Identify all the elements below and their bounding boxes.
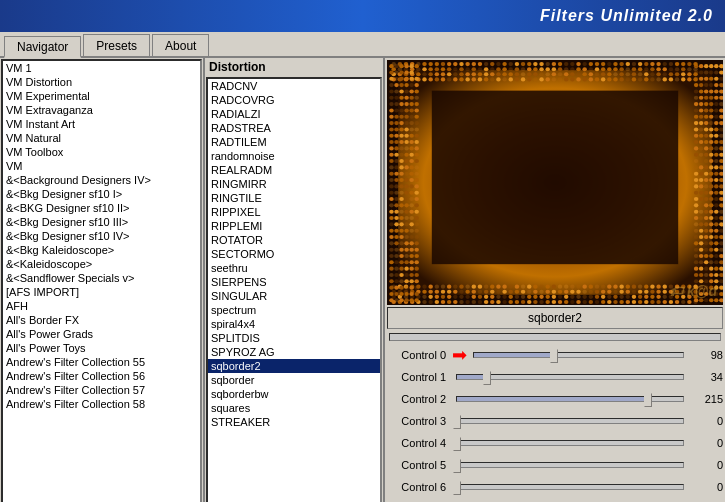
filter-list-item[interactable]: RADTILEM <box>208 135 380 149</box>
svg-point-51 <box>709 108 713 112</box>
nav-list-item[interactable]: &<Bkg Designer sf10 III> <box>3 215 200 229</box>
svg-point-754 <box>389 191 393 195</box>
svg-point-356 <box>576 72 580 76</box>
svg-point-74 <box>704 134 708 138</box>
svg-point-579 <box>613 290 617 294</box>
main-slider-track[interactable] <box>389 333 721 341</box>
svg-point-45 <box>709 102 713 106</box>
svg-point-266 <box>441 62 445 66</box>
filter-list-item[interactable]: RADSTREA <box>208 121 380 135</box>
nav-list-item[interactable]: VM Distortion <box>3 75 200 89</box>
filter-list-item[interactable]: RIPPLEMI <box>208 219 380 233</box>
svg-point-842 <box>409 279 413 283</box>
filter-list-item[interactable]: RIPPIXEL <box>208 205 380 219</box>
filter-list-item[interactable]: REALRADM <box>208 163 380 177</box>
filter-list-item[interactable]: randomnoise <box>208 149 380 163</box>
filter-list-item[interactable]: SIERPENS <box>208 275 380 289</box>
svg-point-784 <box>389 222 393 226</box>
nav-list-item[interactable]: &<Sandflower Specials v> <box>3 271 200 285</box>
svg-point-605 <box>650 300 654 304</box>
filter-list-item[interactable]: SINGULAR <box>208 289 380 303</box>
filter-list-item[interactable]: STREAKER <box>208 415 380 429</box>
nav-list-item[interactable]: AFH <box>3 299 200 313</box>
svg-point-165 <box>709 229 713 233</box>
control-slider-track[interactable] <box>456 418 684 424</box>
svg-point-270 <box>447 62 451 66</box>
svg-point-48 <box>694 108 698 112</box>
nav-list-item[interactable]: All's Border FX <box>3 313 200 327</box>
control-slider-thumb[interactable] <box>644 393 652 407</box>
control-slider-track[interactable] <box>456 374 684 380</box>
nav-list-item[interactable]: &<Bkg Designer sf10 I> <box>3 187 200 201</box>
filter-list-item[interactable]: squares <box>208 401 380 415</box>
filter-list-item[interactable]: RINGMIRR <box>208 177 380 191</box>
svg-point-342 <box>558 62 562 66</box>
svg-point-295 <box>484 67 488 71</box>
nav-list-item[interactable]: &<Bkg Designer sf10 IV> <box>3 229 200 243</box>
filter-list-item[interactable]: SECTORMO <box>208 247 380 261</box>
control-slider-thumb[interactable] <box>453 459 461 473</box>
nav-list-item[interactable]: &<Bkg Kaleidoscope> <box>3 243 200 257</box>
svg-point-684 <box>399 115 403 119</box>
nav-list-item[interactable]: &<Kaleidoscope> <box>3 257 200 271</box>
nav-list-item[interactable]: &<Background Designers IV> <box>3 173 200 187</box>
filter-list-item[interactable]: sqborder2 <box>208 359 380 373</box>
control-slider-thumb[interactable] <box>453 415 461 429</box>
svg-point-73 <box>699 134 703 138</box>
svg-point-853 <box>404 292 408 296</box>
tab-presets[interactable]: Presets <box>83 34 150 56</box>
nav-list-item[interactable]: Andrew's Filter Collection 55 <box>3 355 200 369</box>
svg-point-198 <box>694 267 698 271</box>
svg-point-267 <box>441 67 445 71</box>
svg-point-265 <box>435 77 439 81</box>
tab-navigator[interactable]: Navigator <box>4 36 81 58</box>
filter-list-item[interactable]: RINGTILE <box>208 191 380 205</box>
svg-point-361 <box>582 77 586 81</box>
nav-list-item[interactable]: VM Extravaganza <box>3 103 200 117</box>
nav-list-item[interactable]: VM Natural <box>3 131 200 145</box>
svg-point-428 <box>687 72 691 76</box>
nav-list-item[interactable]: VM Toolbox <box>3 145 200 159</box>
control-row: Control 40 <box>387 433 723 453</box>
filter-list-item[interactable]: seethru <box>208 261 380 275</box>
svg-point-118 <box>714 178 718 182</box>
tab-about[interactable]: About <box>152 34 209 56</box>
svg-point-121 <box>699 184 703 188</box>
control-slider-track[interactable] <box>456 440 684 446</box>
control-slider-track[interactable] <box>473 352 684 358</box>
nav-list-item[interactable]: VM Instant Art <box>3 117 200 131</box>
control-slider-track[interactable] <box>456 396 684 402</box>
control-slider-thumb[interactable] <box>483 371 491 385</box>
filter-list-item[interactable]: RADCOVRG <box>208 93 380 107</box>
nav-list-item[interactable]: VM 1 <box>3 61 200 75</box>
nav-list-item[interactable]: [AFS IMPORT] <box>3 285 200 299</box>
filter-list-item[interactable]: SPLITDIS <box>208 331 380 345</box>
control-slider-track[interactable] <box>456 484 684 490</box>
svg-point-488 <box>472 295 476 299</box>
filter-list-item[interactable]: RADIALZI <box>208 107 380 121</box>
nav-list-item[interactable]: Andrew's Filter Collection 57 <box>3 383 200 397</box>
svg-point-731 <box>394 165 398 169</box>
filter-list-item[interactable]: SPYROZ AG <box>208 345 380 359</box>
filter-list-item[interactable]: ROTATOR <box>208 233 380 247</box>
nav-list-item[interactable]: Andrew's Filter Collection 58 <box>3 397 200 411</box>
filter-list-item[interactable]: spectrum <box>208 303 380 317</box>
filter-list-item[interactable]: sqborder <box>208 373 380 387</box>
nav-list-item[interactable]: Andrew's Filter Collection 56 <box>3 369 200 383</box>
control-slider-track[interactable] <box>456 462 684 468</box>
control-slider-thumb[interactable] <box>550 349 558 363</box>
nav-list-item[interactable]: All's Power Grads <box>3 327 200 341</box>
control-slider-thumb[interactable] <box>453 481 461 495</box>
svg-point-861 <box>414 298 418 302</box>
svg-point-596 <box>638 295 642 299</box>
filter-list-item[interactable]: spiral4x4 <box>208 317 380 331</box>
filter-list-item[interactable]: RADCNV <box>208 79 380 93</box>
nav-list-item[interactable]: VM Experimental <box>3 89 200 103</box>
nav-list-item[interactable]: VM <box>3 159 200 173</box>
filter-list-item[interactable]: sqborderbw <box>208 387 380 401</box>
nav-list-item[interactable]: &<BKG Designer sf10 II> <box>3 201 200 215</box>
svg-point-846 <box>399 286 403 290</box>
control-slider-thumb[interactable] <box>453 437 461 451</box>
nav-list-item[interactable]: All's Power Toys <box>3 341 200 355</box>
svg-point-337 <box>545 77 549 81</box>
